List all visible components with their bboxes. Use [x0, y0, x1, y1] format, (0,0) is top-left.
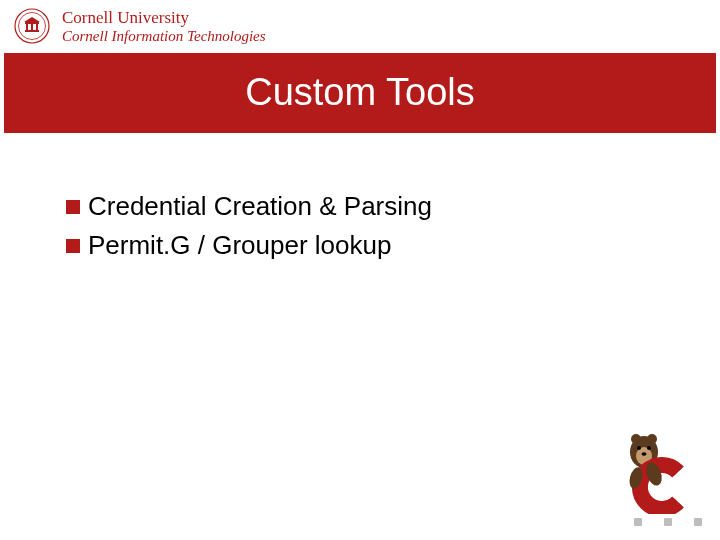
slide-header: Cornell University Cornell Information T…: [0, 0, 720, 51]
list-item: Permit.G / Grouper lookup: [88, 226, 660, 265]
slide-content: Credential Creation & Parsing Permit.G /…: [0, 133, 720, 265]
mascot-logo-icon: [606, 424, 696, 514]
university-name: Cornell University: [62, 8, 266, 28]
footer-dots-icon: [634, 518, 702, 526]
svg-point-7: [647, 434, 657, 444]
svg-point-9: [637, 446, 641, 450]
bullet-list: Credential Creation & Parsing Permit.G /…: [88, 187, 660, 265]
title-bar: Custom Tools: [4, 53, 716, 133]
svg-rect-2: [26, 24, 28, 30]
svg-point-11: [642, 452, 647, 456]
svg-point-10: [647, 446, 651, 450]
svg-point-6: [631, 434, 641, 444]
department-name: Cornell Information Technologies: [62, 28, 266, 45]
university-seal-icon: [14, 8, 50, 44]
slide-title: Custom Tools: [245, 71, 475, 114]
list-item: Credential Creation & Parsing: [88, 187, 660, 226]
svg-rect-4: [36, 24, 38, 30]
header-text-block: Cornell University Cornell Information T…: [62, 8, 266, 45]
svg-rect-3: [31, 24, 33, 30]
